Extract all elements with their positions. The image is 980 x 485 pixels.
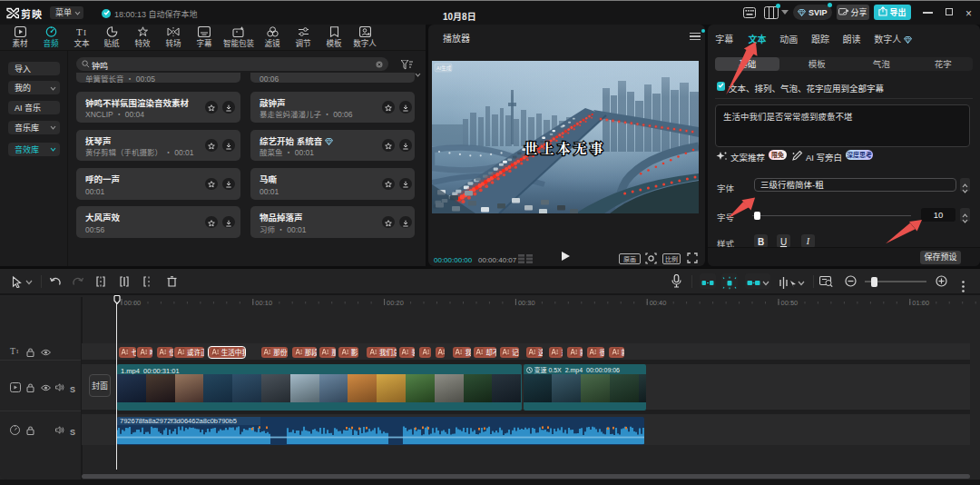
svg-text:T: T (76, 26, 83, 37)
svg-text:01:00: 01:00 (912, 297, 929, 307)
svg-text:00:00: 00:00 (124, 297, 142, 307)
svg-text:00:10: 00:10 (255, 297, 272, 307)
svg-text:I: I (83, 28, 86, 37)
svg-text:00:40: 00:40 (650, 297, 667, 307)
svg-text:AI生成: AI生成 (436, 64, 452, 72)
svg-text:00:20: 00:20 (387, 297, 404, 307)
svg-text:00:50: 00:50 (781, 297, 799, 307)
svg-text:00:30: 00:30 (518, 297, 535, 307)
svg-text:世上本无事: 世上本无事 (524, 138, 606, 157)
